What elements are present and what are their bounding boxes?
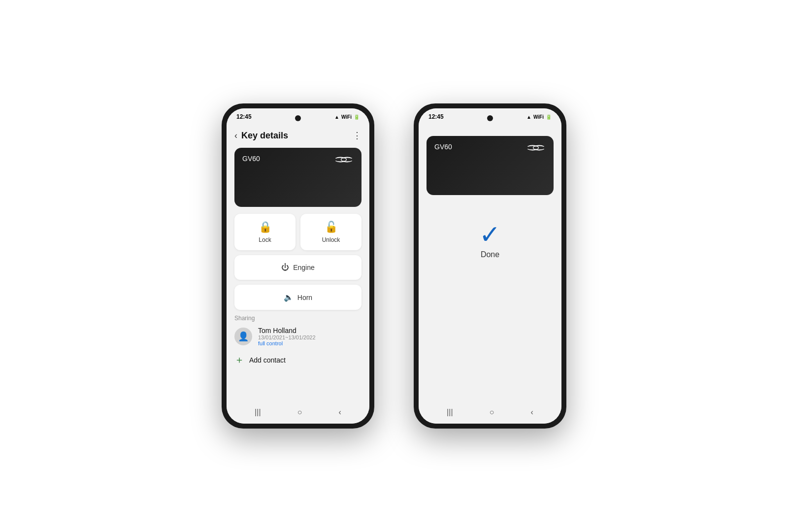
contact-row: 👤 Tom Holland 13/01/2021~13/01/2022 full… <box>234 327 361 346</box>
phone-right: 12:45 ▲ WiFi 🔋 GV60 <box>414 103 566 429</box>
car-card-left: GV60 <box>234 148 361 207</box>
horn-label: Horn <box>297 294 312 301</box>
contact-avatar: 👤 <box>234 328 252 345</box>
status-icons-left: ▲ WiFi 🔋 <box>334 114 360 120</box>
engine-label: Engine <box>293 264 315 271</box>
lock-label: Lock <box>259 236 271 243</box>
header: ‹ Key details ⋮ <box>234 126 361 148</box>
genesis-logo-right <box>526 143 546 153</box>
svg-point-0 <box>341 158 347 162</box>
car-card-right: GV60 <box>427 136 554 195</box>
time-right: 12:45 <box>428 113 444 120</box>
status-icons-right: ▲ WiFi 🔋 <box>526 114 552 120</box>
bottom-nav-right: ||| ○ ‹ <box>419 403 561 424</box>
time-left: 12:45 <box>236 113 252 120</box>
engine-icon: ⏻ <box>281 263 289 272</box>
car-card-header-right: GV60 <box>434 143 546 153</box>
unlock-label: Unlock <box>322 236 340 243</box>
home-button-right[interactable]: ○ <box>490 408 494 417</box>
screen-content-left: ‹ Key details ⋮ GV60 <box>227 122 369 403</box>
home-button-left[interactable]: ○ <box>297 408 302 417</box>
unlock-button[interactable]: 🔓 Unlock <box>300 214 361 250</box>
page-title: Key details <box>241 131 288 141</box>
done-screen: ✓ Done <box>427 202 554 259</box>
camera-notch <box>295 115 301 121</box>
camera-notch-right <box>487 115 493 121</box>
bottom-nav-left: ||| ○ ‹ <box>227 403 369 424</box>
recents-button-right[interactable]: ||| <box>447 408 453 417</box>
contact-date: 13/01/2021~13/01/2022 <box>258 334 316 340</box>
car-model-left: GV60 <box>242 155 260 163</box>
contact-info: Tom Holland 13/01/2021~13/01/2022 full c… <box>258 327 316 346</box>
sharing-title: Sharing <box>234 315 361 322</box>
car-card-header: GV60 <box>242 155 354 165</box>
svg-point-1 <box>533 146 539 150</box>
lock-icon: 🔒 <box>259 221 272 233</box>
add-contact-label: Add contact <box>249 356 286 364</box>
engine-button[interactable]: ⏻ Engine <box>234 255 361 280</box>
sharing-section: Sharing 👤 Tom Holland 13/01/2021~13/01/2… <box>234 315 361 366</box>
contact-permission[interactable]: full control <box>258 340 316 346</box>
horn-icon: 🔈 <box>284 293 294 302</box>
add-icon: ＋ <box>234 353 244 366</box>
contact-name: Tom Holland <box>258 327 316 334</box>
add-contact-button[interactable]: ＋ Add contact <box>234 353 361 366</box>
phone-left: 12:45 ▲ WiFi 🔋 ‹ Key details ⋮ GV60 <box>222 103 374 429</box>
horn-button[interactable]: 🔈 Horn <box>234 285 361 310</box>
screen-content-right: GV60 ✓ Done <box>419 122 561 403</box>
more-options-button[interactable]: ⋮ <box>353 130 361 141</box>
back-nav-button-right[interactable]: ‹ <box>531 408 533 417</box>
lock-unlock-row: 🔒 Lock 🔓 Unlock <box>234 214 361 250</box>
back-nav-button-left[interactable]: ‹ <box>339 408 341 417</box>
car-model-right: GV60 <box>434 143 452 151</box>
car-card-right-wrapper: GV60 <box>427 136 554 195</box>
unlock-icon: 🔓 <box>325 221 338 233</box>
done-label: Done <box>481 250 499 259</box>
recents-button-left[interactable]: ||| <box>255 408 261 417</box>
lock-button[interactable]: 🔒 Lock <box>234 214 296 250</box>
header-left: ‹ Key details <box>234 131 288 141</box>
back-button[interactable]: ‹ <box>234 131 237 141</box>
genesis-logo-left <box>334 155 354 165</box>
checkmark-icon: ✓ <box>479 222 501 247</box>
